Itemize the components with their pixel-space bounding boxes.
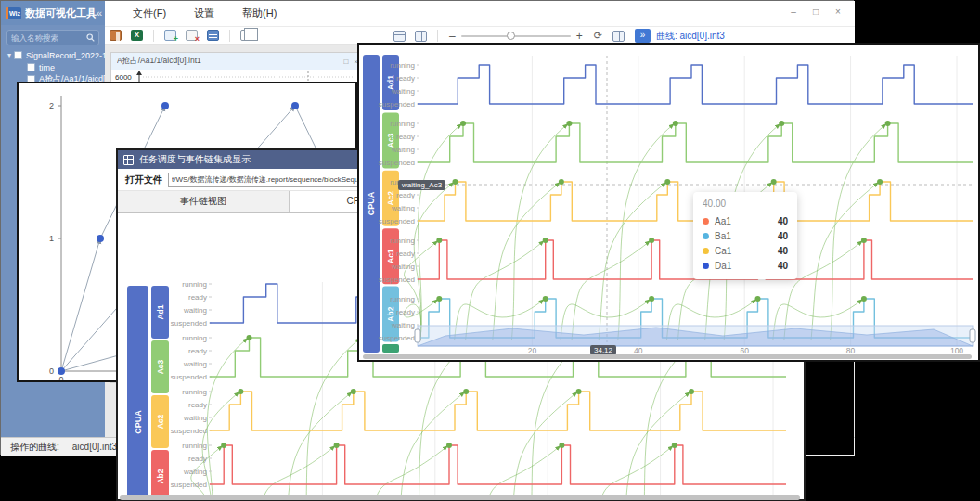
sidebar-collapse-button[interactable]: «: [97, 7, 102, 19]
zoom-in-button[interactable]: +: [576, 30, 583, 43]
datazoom-handle[interactable]: [970, 329, 975, 342]
window-controls: –□×: [786, 5, 845, 19]
event-marker: [436, 238, 442, 243]
maximize-button[interactable]: □: [808, 5, 823, 19]
x-tick-label: 60: [740, 346, 749, 353]
import-doc-icon[interactable]: [110, 30, 122, 41]
event-marker: [861, 296, 867, 302]
event-marker: [649, 296, 654, 302]
tooltip-time: 40.00: [703, 199, 788, 209]
expand-button[interactable]: »: [635, 29, 651, 43]
event-chain-arrow: [257, 446, 335, 499]
split-horizontal-icon[interactable]: [393, 31, 406, 42]
close-button[interactable]: ×: [831, 5, 845, 19]
subwindow-maximize-icon[interactable]: □: [343, 58, 348, 66]
task-window-title: 任务调度与事件链集成显示: [139, 153, 251, 166]
event-marker: [246, 335, 251, 340]
cpu-group-bar[interactable]: [127, 286, 148, 499]
event-marker: [861, 238, 867, 243]
excel-export-icon[interactable]: X: [131, 30, 143, 41]
state-label: waiting: [183, 468, 207, 476]
table-icon[interactable]: [207, 30, 219, 41]
export-image-icon[interactable]: [164, 30, 176, 41]
minimize-button[interactable]: –: [786, 5, 801, 19]
search-icon: [86, 33, 95, 42]
zoom-slider[interactable]: [461, 35, 571, 37]
graph-node[interactable]: [97, 235, 104, 242]
task-bar-partial[interactable]: [382, 344, 399, 353]
zoom-out-button[interactable]: –: [449, 30, 456, 43]
search-box: [6, 30, 99, 45]
y-tick-label: 0: [49, 366, 54, 376]
series-value: 40: [778, 261, 788, 271]
series-color-dot: [703, 233, 709, 239]
view-tab[interactable]: 事件链视图: [118, 191, 290, 212]
menu-item[interactable]: 帮助(H): [242, 6, 277, 20]
tree-checkbox[interactable]: [27, 63, 35, 71]
state-label: suspended: [379, 159, 415, 167]
cascade-windows-icon[interactable]: [240, 30, 252, 41]
event-marker: [779, 121, 784, 126]
x-tick-label: 100: [950, 346, 963, 353]
state-label: running: [390, 237, 415, 245]
remove-chart-icon[interactable]: [186, 30, 198, 41]
app-grid-icon: [123, 155, 134, 165]
event-marker: [566, 121, 572, 126]
graph-node[interactable]: [161, 102, 169, 109]
tree-caret-icon[interactable]: ▾: [5, 51, 14, 59]
open-file-button[interactable]: 打开文件: [125, 173, 162, 186]
state-timeline-line: [418, 123, 973, 162]
graph-node[interactable]: [58, 367, 65, 375]
tree-checkbox[interactable]: [14, 51, 22, 59]
horizontal-scrollbar[interactable]: [363, 354, 972, 359]
tree-item[interactable]: ▾SignalRecord_2022-1…: [1, 49, 105, 61]
sidebar-header: Wiz 数据可视化工具 «: [1, 1, 105, 25]
event-chain-arrow: [511, 124, 567, 340]
toolbar-separator: [229, 30, 230, 42]
x-tick-label: 40: [634, 346, 643, 353]
event-marker: [351, 389, 356, 394]
event-marker: [543, 296, 548, 302]
split-vertical-icon[interactable]: [415, 31, 427, 42]
event-chain-arrow: [831, 124, 886, 340]
datazoom-handle[interactable]: [415, 329, 420, 342]
chart-subwindow-title: A抢占/Aa1/1/aicd[0].int1: [117, 56, 338, 67]
event-marker: [334, 443, 340, 448]
x-tick-label: 80: [846, 346, 856, 353]
cpu-label: CPUA: [134, 410, 143, 434]
state-label: ready: [396, 250, 415, 258]
chart-subwindow-header[interactable]: A抢占/Aa1/1/aicd[0].int1 □ ×: [111, 53, 364, 70]
zoom-slider-knob[interactable]: [507, 32, 515, 40]
state-label: suspended: [379, 217, 415, 225]
series-value: 40: [778, 216, 788, 226]
state-label: waiting: [391, 204, 415, 212]
refresh-icon[interactable]: ⟳: [594, 30, 602, 42]
search-input[interactable]: [7, 33, 86, 43]
event-marker: [649, 238, 654, 243]
series-name: Da1: [715, 261, 731, 271]
status-label: 操作的曲线:: [10, 441, 59, 454]
event-marker: [436, 296, 442, 302]
event-marker: [673, 121, 678, 126]
state-label: ready: [396, 191, 415, 199]
menu-item[interactable]: 文件(F): [133, 6, 166, 20]
menu-item[interactable]: 设置: [194, 6, 214, 20]
state-label: suspended: [379, 276, 415, 284]
state-label: ready: [396, 308, 415, 316]
state-label: waiting: [391, 146, 415, 154]
event-marker: [576, 389, 582, 394]
horizontal-scrollbar[interactable]: [120, 495, 800, 500]
tree-item[interactable]: time: [1, 61, 105, 73]
event-chain-arrow: [482, 446, 560, 499]
y-tick-label: 2: [49, 101, 54, 110]
event-marker: [771, 179, 777, 185]
current-curve-label: 曲线: aicd[0].int3: [656, 30, 725, 43]
x-tick-label: 20: [528, 346, 537, 353]
signal-tree: ▾SignalRecord_2022-1…timeA抢占/Aa1/1/aicd[…: [1, 49, 105, 85]
export-panel-icon[interactable]: [612, 31, 625, 42]
series-color-dot: [703, 248, 709, 254]
graph-node[interactable]: [291, 102, 299, 109]
tree-item-label: SignalRecord_2022-1…: [26, 51, 105, 60]
event-chain-arrow: [599, 183, 665, 340]
event-marker: [664, 179, 670, 185]
